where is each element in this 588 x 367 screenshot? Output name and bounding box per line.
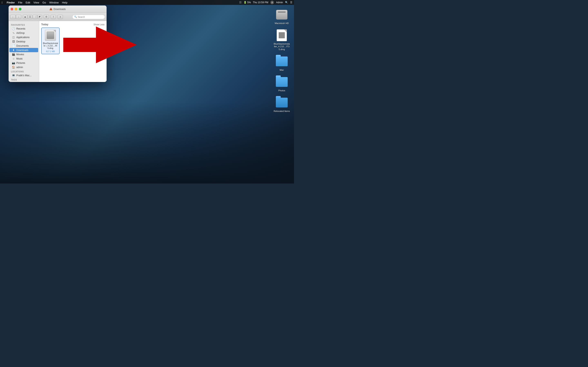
mac-folder-label: Mac — [280, 69, 284, 71]
photos-folder-icon — [276, 77, 288, 87]
sidebar-item-pratiks-mac[interactable]: 💻 Pratik's Mac... — [9, 73, 38, 77]
time-display: Thu 10:59 PM — [253, 1, 268, 4]
applications-icon: ◫ — [12, 36, 15, 39]
sidebar-item-music[interactable]: ♫ Music — [9, 57, 38, 61]
airdrop-icon: ∿ — [12, 31, 15, 34]
music-icon: ♫ — [12, 57, 15, 60]
admin-icon: 🏠 — [12, 66, 15, 69]
sidebar-item-downloads[interactable]: ⬇ Downloads — [9, 48, 38, 52]
desktop-icon-relocated-items[interactable]: Relocated Items — [274, 96, 290, 113]
relocated-folder-icon — [276, 98, 288, 108]
sidebar-label-movies: Movies — [16, 53, 24, 56]
sidebar-item-desktop[interactable]: 🖼 Desktop — [9, 39, 38, 44]
desktop-icon-macintosh-hd[interactable]: Macintosh HD — [274, 8, 290, 25]
bluestacks-doc-icon — [277, 29, 287, 41]
minimize-button[interactable] — [15, 8, 17, 10]
sidebar-label-documents: Documents — [16, 44, 29, 47]
titlebar: 📥 Downloads — [9, 6, 107, 13]
battery-indicator: 🔋 5% — [243, 1, 251, 4]
file-icon-wrapper — [44, 29, 57, 42]
action-button[interactable]: ⚙ — [44, 15, 49, 19]
sidebar-label-pratiks-mac: Pratik's Mac... — [16, 74, 32, 77]
file-size: 617.1 MB — [46, 50, 55, 53]
desktop:  Finder File Edit View Go Window Help ☷… — [0, 0, 294, 184]
menubar:  Finder File Edit View Go Window Help ☷… — [0, 0, 294, 5]
movies-icon: 🎬 — [12, 53, 15, 56]
sidebar-label-downloads: Downloads — [16, 49, 28, 52]
apple-menu[interactable]:  — [2, 1, 3, 4]
search-icon: 🔍 — [74, 16, 77, 18]
locations-header: Locations — [9, 69, 39, 73]
search-icon[interactable]: 🔍 — [285, 1, 288, 4]
sidebar-item-tag-red[interactable]: Red — [9, 81, 38, 82]
dmg-inner-icon — [47, 32, 54, 39]
sidebar-item-movies[interactable]: 🎬 Movies — [9, 52, 38, 57]
column-view-button[interactable]: ⎹ — [33, 15, 37, 19]
sidebar-item-applications[interactable]: ◫ Applications — [9, 35, 38, 39]
forward-button[interactable]: › — [16, 15, 21, 19]
window-controls — [11, 8, 21, 10]
go-menu[interactable]: Go — [43, 1, 46, 4]
title-icon: 📥 — [49, 8, 52, 11]
file-name: BlueStacksInstalle r_4.210....446.dmg — [43, 42, 58, 50]
maximize-button[interactable] — [19, 8, 21, 10]
finder-window: 📥 Downloads ‹ › ■ ☰ ⎹ ◤ ⚙ ⇧ ⚹ 🔍 — [9, 6, 107, 82]
sidebar-item-admin[interactable]: 🏠 admin — [9, 65, 38, 69]
sidebar-item-airdrop[interactable]: ∿ AirDrop — [9, 31, 38, 35]
icon-view-button[interactable]: ■ — [23, 15, 27, 19]
file-menu[interactable]: File — [18, 1, 22, 4]
sidebar-label-airdrop: AirDrop — [16, 32, 25, 34]
desktop-icon: 🖼 — [12, 40, 15, 43]
view-buttons: ■ ☰ ⎹ ◤ — [23, 15, 42, 19]
search-box[interactable]: 🔍 — [72, 15, 105, 19]
hd-icon-img — [275, 8, 288, 21]
search-input[interactable] — [78, 16, 103, 18]
window-menu[interactable]: Window — [49, 1, 59, 4]
notification-icon[interactable]: ☰ — [290, 1, 292, 4]
sidebar-item-pictures[interactable]: 📷 Pictures — [9, 61, 38, 65]
main-content: Today Show Less BlueStacksInstalle r_4.2… — [39, 21, 107, 82]
bluestacks-doc-label: BlueStacksInstaller_4.210....f735.dmg — [274, 43, 290, 51]
mac-folder-icon — [276, 57, 288, 66]
sidebar-label-desktop: Desktop — [16, 40, 25, 43]
sidebar: Favourites 🕑 Recents ∿ AirDrop ◫ Applica… — [9, 21, 39, 82]
sidebar-item-documents[interactable]: 📄 Documents — [9, 44, 38, 48]
relocated-folder-label: Relocated Items — [274, 110, 290, 113]
help-menu[interactable]: Help — [62, 1, 67, 4]
hd-drive-icon — [276, 10, 287, 20]
show-less-button[interactable]: Show Less — [94, 23, 104, 26]
recents-icon: 🕑 — [12, 27, 15, 30]
section-header: Today Show Less — [41, 23, 104, 26]
edit-menu[interactable]: Edit — [26, 1, 30, 4]
desktop-icon-photos[interactable]: Photos — [274, 75, 290, 92]
sidebar-item-recents[interactable]: 🕑 Recents — [9, 26, 38, 31]
favourites-header: Favourites — [9, 23, 39, 26]
close-button[interactable] — [11, 8, 13, 10]
sidebar-label-applications: Applications — [16, 36, 30, 39]
back-button[interactable]: ‹ — [10, 15, 16, 19]
downloads-icon: ⬇ — [12, 49, 15, 52]
nav-buttons: ‹ › — [10, 15, 21, 19]
share-button[interactable]: ⇧ — [51, 15, 56, 19]
documents-icon: 📄 — [12, 44, 15, 47]
user-avatar[interactable]: A — [270, 1, 274, 4]
window-title: 📥 Downloads — [49, 8, 66, 11]
hd-icon-label: Macintosh HD — [275, 22, 289, 25]
today-label: Today — [41, 23, 48, 26]
desktop-icon-bluestacks-dmg[interactable]: BlueStacksInstaller_4.210....f735.dmg — [274, 29, 290, 51]
tag-button[interactable]: ⚹ — [58, 15, 63, 19]
finder-menu[interactable]: Finder — [7, 1, 15, 4]
user-name: Admin — [276, 1, 283, 4]
file-item-bluestacks[interactable]: BlueStacksInstalle r_4.210....446.dmg 61… — [41, 27, 60, 54]
list-view-button[interactable]: ☰ — [28, 15, 32, 19]
view-menu[interactable]: View — [34, 1, 39, 4]
computer-icon: 💻 — [12, 74, 15, 77]
sidebar-label-admin: admin — [16, 66, 23, 69]
doc-icon-img — [275, 29, 288, 42]
desktop-icon-mac[interactable]: Mac — [274, 55, 290, 71]
sidebar-label-recents: Recents — [16, 27, 25, 30]
toolbar: ‹ › ■ ☰ ⎹ ◤ ⚙ ⇧ ⚹ 🔍 — [9, 13, 107, 21]
gallery-view-button[interactable]: ◤ — [38, 15, 42, 19]
file-grid: BlueStacksInstalle r_4.210....446.dmg 61… — [41, 27, 104, 54]
finder-body: Favourites 🕑 Recents ∿ AirDrop ◫ Applica… — [9, 21, 107, 82]
